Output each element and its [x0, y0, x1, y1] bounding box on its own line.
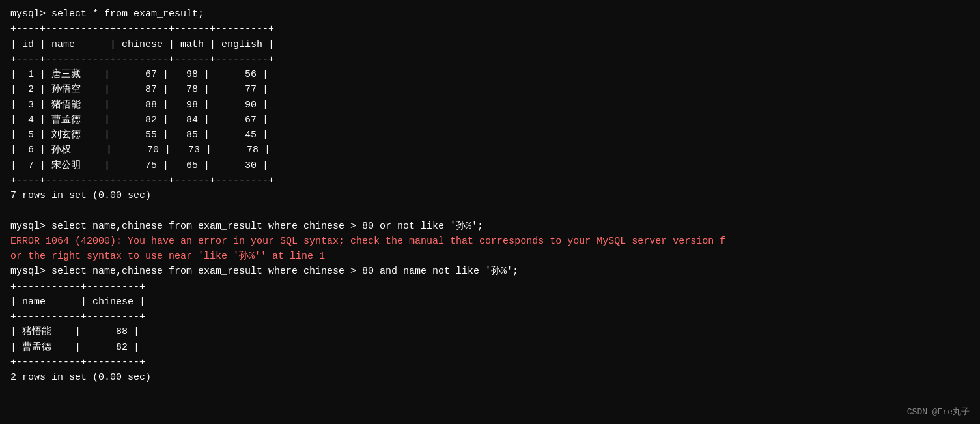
- terminal-line: | 猪悟能 | 88 |: [10, 326, 139, 337]
- terminal-line: | 3 | 猪悟能 | 88 | 98 | 90 |: [10, 100, 268, 111]
- terminal-line: | name | chinese |: [10, 296, 145, 307]
- terminal-line: +----+-----------+---------+------+-----…: [10, 23, 274, 35]
- terminal-line: 2 rows in set (0.00 sec): [10, 372, 151, 383]
- terminal-line: +-----------+---------+: [10, 357, 145, 368]
- terminal-line: | 4 | 曹孟德 | 82 | 84 | 67 |: [10, 115, 268, 126]
- terminal-line: +----+-----------+---------+------+-----…: [10, 54, 274, 65]
- terminal-line: | 2 | 孙悟空 | 87 | 78 | 77 |: [10, 84, 268, 95]
- terminal-output: mysql> select * from exam_result; +----+…: [10, 7, 970, 417]
- terminal-line: or the right syntax to use near 'like '孙…: [10, 251, 325, 262]
- watermark: CSDN @Fre丸子: [907, 406, 970, 417]
- terminal-line: +-----------+---------+: [10, 281, 145, 292]
- terminal-line: mysql> select name,chinese from exam_res…: [10, 266, 518, 277]
- terminal-line: +----+-----------+---------+------+-----…: [10, 175, 274, 186]
- terminal-line: 7 rows in set (0.00 sec): [10, 190, 151, 201]
- terminal-line: | 6 | 孙权 | 70 | 73 | 78 |: [10, 145, 270, 156]
- terminal-line: mysql> select name,chinese from exam_res…: [10, 221, 483, 232]
- terminal-line: | 1 | 唐三藏 | 67 | 98 | 56 |: [10, 69, 268, 80]
- terminal-line: | 5 | 刘玄德 | 55 | 85 | 45 |: [10, 130, 268, 141]
- terminal-line: | 曹孟德 | 82 |: [10, 342, 139, 353]
- terminal-line: | 7 | 宋公明 | 75 | 65 | 30 |: [10, 160, 268, 171]
- terminal-line: | id | name | chinese | math | english |: [10, 39, 274, 50]
- terminal-line: ERROR 1064 (42000): You have an error in…: [10, 236, 725, 247]
- terminal-line: +-----------+---------+: [10, 311, 145, 322]
- terminal-line: mysql> select * from exam_result;: [10, 8, 204, 20]
